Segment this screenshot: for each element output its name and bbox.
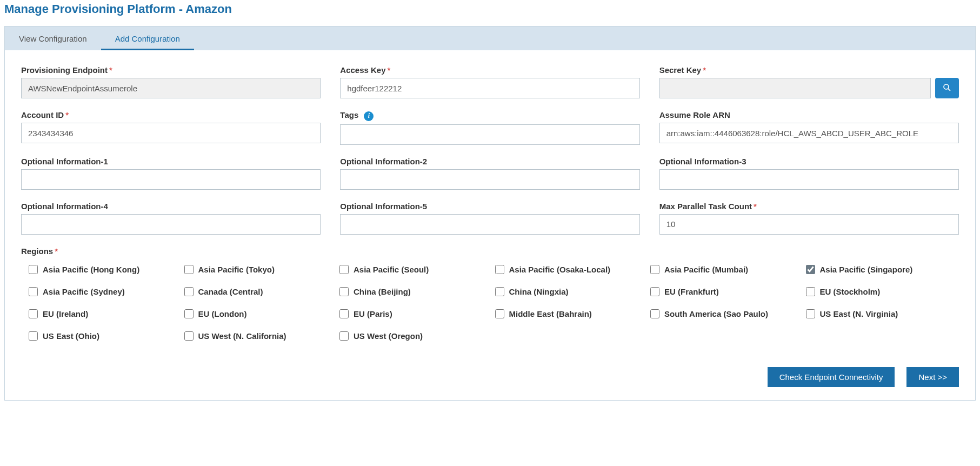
region-label: Asia Pacific (Osaka-Local) (509, 265, 611, 274)
region-label: Asia Pacific (Seoul) (354, 265, 429, 274)
region-checkbox[interactable] (650, 309, 659, 318)
input-account-id[interactable] (21, 123, 321, 143)
region-label: US West (N. California) (198, 331, 286, 341)
region-item[interactable]: US East (Ohio) (26, 330, 177, 342)
region-label: US East (Ohio) (43, 331, 99, 341)
region-checkbox[interactable] (339, 287, 349, 296)
region-label: Asia Pacific (Mumbai) (664, 265, 748, 274)
input-opt4[interactable] (21, 214, 321, 235)
label-account-id: Account ID* (21, 110, 321, 119)
region-item[interactable]: Middle East (Bahrain) (493, 308, 643, 320)
region-label: Asia Pacific (Tokyo) (198, 265, 275, 274)
input-access-key[interactable] (340, 78, 639, 98)
region-label: EU (Frankfurt) (664, 287, 719, 296)
label-opt1: Optional Information-1 (21, 157, 321, 166)
region-item[interactable]: US East (N. Virginia) (804, 308, 954, 320)
field-access-key: Access Key* (340, 65, 639, 98)
region-item[interactable]: EU (Paris) (337, 308, 488, 320)
region-label: EU (Paris) (354, 309, 392, 318)
regions-grid: Asia Pacific (Hong Kong)Asia Pacific (To… (21, 263, 959, 342)
svg-point-0 (944, 84, 949, 89)
region-checkbox[interactable] (806, 309, 815, 318)
region-item[interactable]: China (Beijing) (337, 285, 488, 298)
region-checkbox[interactable] (339, 265, 349, 274)
region-item[interactable]: Asia Pacific (Sydney) (26, 285, 177, 298)
input-max-parallel[interactable] (659, 214, 959, 235)
region-label: Asia Pacific (Sydney) (43, 287, 125, 296)
label-opt4: Optional Information-4 (21, 202, 321, 211)
label-opt2: Optional Information-2 (340, 157, 639, 166)
region-item[interactable]: Asia Pacific (Tokyo) (182, 263, 332, 276)
label-secret-key: Secret Key* (659, 65, 959, 75)
region-item[interactable]: Asia Pacific (Mumbai) (648, 263, 798, 276)
region-label: EU (London) (198, 309, 247, 318)
region-label: China (Beijing) (354, 287, 411, 296)
region-item[interactable]: Asia Pacific (Singapore) (804, 263, 954, 276)
input-provisioning-endpoint (21, 78, 321, 98)
region-item[interactable]: South America (Sao Paulo) (648, 308, 798, 320)
region-label: Asia Pacific (Singapore) (820, 265, 913, 274)
input-opt1[interactable] (21, 169, 321, 190)
region-checkbox[interactable] (806, 287, 815, 296)
input-opt5[interactable] (340, 214, 639, 235)
region-item[interactable]: EU (Ireland) (26, 308, 177, 320)
regions-label: Regions* (21, 247, 959, 256)
region-item[interactable]: Asia Pacific (Seoul) (337, 263, 488, 276)
region-item[interactable]: EU (Frankfurt) (648, 285, 798, 298)
region-label: US East (N. Virginia) (820, 309, 898, 318)
field-max-parallel: Max Parallel Task Count* (659, 202, 959, 235)
page-title: Manage Provisioning Platform - Amazon (4, 2, 976, 16)
region-label: EU (Stockholm) (820, 287, 881, 296)
region-checkbox[interactable] (29, 309, 38, 318)
label-opt3: Optional Information-3 (659, 157, 959, 166)
region-item[interactable]: Asia Pacific (Osaka-Local) (493, 263, 643, 276)
region-checkbox[interactable] (184, 331, 194, 341)
svg-line-1 (948, 88, 950, 90)
info-icon[interactable]: i (364, 111, 374, 121)
region-item[interactable]: EU (London) (182, 308, 332, 320)
input-assume-role-arn[interactable] (659, 123, 959, 143)
region-item[interactable]: EU (Stockholm) (804, 285, 954, 298)
label-tags: Tags i (340, 110, 639, 121)
region-checkbox[interactable] (806, 265, 815, 274)
region-label: Middle East (Bahrain) (509, 309, 592, 318)
input-secret-key (659, 78, 931, 98)
region-label: South America (Sao Paulo) (664, 309, 768, 318)
secret-key-lookup-button[interactable] (935, 78, 959, 98)
field-provisioning-endpoint: Provisioning Endpoint* (21, 65, 321, 98)
region-checkbox[interactable] (339, 309, 349, 318)
region-checkbox[interactable] (650, 265, 659, 274)
next-button[interactable]: Next >> (906, 367, 959, 387)
input-opt2[interactable] (340, 169, 639, 190)
field-secret-key: Secret Key* (659, 65, 959, 98)
input-opt3[interactable] (659, 169, 959, 190)
region-label: EU (Ireland) (43, 309, 88, 318)
check-endpoint-button[interactable]: Check Endpoint Connectivity (768, 367, 895, 387)
tab-add-configuration[interactable]: Add Configuration (101, 28, 194, 50)
region-item[interactable]: US West (N. California) (182, 330, 332, 342)
label-provisioning-endpoint: Provisioning Endpoint* (21, 65, 321, 75)
region-checkbox[interactable] (339, 331, 349, 341)
input-tags[interactable] (340, 124, 639, 145)
region-checkbox[interactable] (29, 331, 38, 341)
region-label: Canada (Central) (198, 287, 263, 296)
region-checkbox[interactable] (184, 265, 194, 274)
region-checkbox[interactable] (29, 287, 38, 296)
tab-bar: View Configuration Add Configuration (4, 26, 976, 50)
region-label: China (Ningxia) (509, 287, 569, 296)
region-checkbox[interactable] (495, 287, 504, 296)
region-item[interactable]: Canada (Central) (182, 285, 332, 298)
label-assume-role-arn: Assume Role ARN (659, 110, 959, 119)
region-checkbox[interactable] (184, 287, 194, 296)
region-item[interactable]: China (Ningxia) (493, 285, 643, 298)
tab-view-configuration[interactable]: View Configuration (5, 28, 101, 50)
form-grid: Provisioning Endpoint* Access Key* Secre… (21, 65, 959, 235)
region-item[interactable]: US West (Oregon) (337, 330, 488, 342)
region-checkbox[interactable] (184, 309, 194, 318)
region-item[interactable]: Asia Pacific (Hong Kong) (26, 263, 177, 276)
region-checkbox[interactable] (495, 265, 504, 274)
region-checkbox[interactable] (650, 287, 659, 296)
region-checkbox[interactable] (29, 265, 38, 274)
region-checkbox[interactable] (495, 309, 504, 318)
field-opt3: Optional Information-3 (659, 157, 959, 190)
